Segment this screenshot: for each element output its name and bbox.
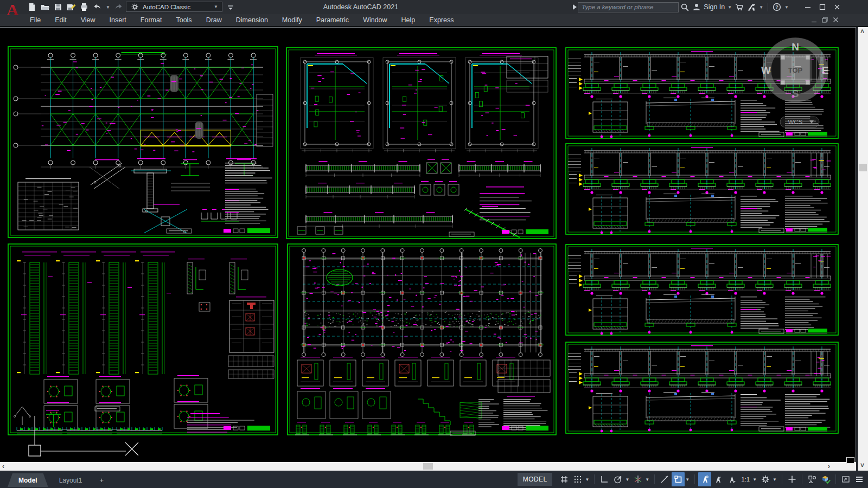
doc-restore-button[interactable] [820,15,829,24]
sheet-frame-elevation-2 [566,144,838,234]
annotation-scale-icon[interactable] [725,472,738,486]
workspace-dropdown[interactable]: AutoCAD Classic ▼ [126,2,222,12]
new-file-icon[interactable] [26,1,38,13]
svg-text:E: E [822,65,829,76]
workspace-gear-icon[interactable] [759,472,772,486]
search-input[interactable] [578,2,679,12]
chevron-down-icon[interactable]: ▼ [104,5,112,10]
redo-icon[interactable] [113,1,125,13]
annotation-frame-icon[interactable] [672,472,685,486]
grid-icon[interactable] [558,472,571,486]
chevron-down-icon[interactable]: ▼ [645,477,649,482]
search-collapse-icon[interactable] [571,1,578,13]
maximize-button[interactable] [815,1,829,14]
plus-icon[interactable] [786,472,799,486]
menu-window[interactable]: Window [356,14,394,26]
menu-help[interactable]: Help [394,14,423,26]
svg-text:A: A [7,1,18,18]
menu-tools[interactable]: Tools [169,14,199,26]
menu-modify[interactable]: Modify [275,14,309,26]
plot-icon[interactable] [78,1,90,13]
menu-insert[interactable]: Insert [103,14,133,26]
ortho-icon[interactable] [598,472,611,486]
chevron-down-icon[interactable]: ▼ [726,5,733,10]
clean-screen-icon[interactable] [839,472,852,486]
menu-file[interactable]: File [23,14,48,26]
menu-items: FileEditViewInsertFormatToolsDrawDimensi… [23,14,461,26]
window-title: Autodesk AutoCAD 2021 [228,0,494,14]
isolate-objects-icon[interactable] [806,472,819,486]
user-icon[interactable] [691,1,703,13]
divider [694,474,695,484]
annotation-monitor-icon[interactable] [658,472,671,486]
autodesk-logo-icon[interactable] [745,1,757,13]
tab-model[interactable]: Model [8,473,48,487]
titlebar-right-cluster: Sign In ▼ ▼ ? ▼ [571,0,844,14]
ucs-icon [29,416,126,456]
menu-draw[interactable]: Draw [199,14,229,26]
doc-minimize-button[interactable] [809,15,818,24]
scroll-up-icon[interactable]: ˄ [860,27,864,36]
bottom-bar: Model Layout1 + MODEL ▼▼▼▼1:1▼▼ [0,471,868,488]
chevron-down-icon[interactable]: ▼ [585,477,589,482]
save-icon[interactable] [52,1,64,13]
chevron-down-icon[interactable]: ▼ [757,5,765,10]
menu-edit[interactable]: Edit [48,14,74,26]
help-icon[interactable]: ? [771,1,783,13]
vertical-scrollbar[interactable]: ˄ ˅ [858,27,868,471]
save-as-icon[interactable] [65,1,77,13]
crosshair-cursor [125,442,138,455]
open-folder-icon[interactable] [39,1,51,13]
chevron-down-icon[interactable]: ▼ [685,477,690,482]
polar-tracking-icon[interactable] [611,472,624,486]
wcs-dropdown[interactable]: WCS [780,117,819,127]
chevron-down-icon[interactable]: ▼ [752,477,757,482]
horizontal-scroll-thumb[interactable] [423,463,433,470]
svg-text:WCS: WCS [788,119,803,125]
svg-text:TOP: TOP [788,66,803,74]
undo-icon[interactable] [91,1,103,13]
annotation-visibility-icon[interactable] [698,472,711,486]
divider [802,474,802,484]
doc-close-button[interactable] [831,15,840,24]
document-window-controls [809,15,840,24]
chevron-down-icon[interactable]: ▼ [783,5,790,10]
model-space-toggle[interactable]: MODEL [518,473,553,486]
chevron-down-icon[interactable]: ▼ [625,477,629,482]
sign-in-button[interactable]: Sign In [704,3,725,11]
divider [654,474,655,484]
menu-parametric[interactable]: Parametric [309,14,356,26]
close-button[interactable] [829,1,844,14]
vertical-scroll-thumb[interactable] [859,164,867,171]
autoscale-icon[interactable] [712,472,725,486]
divider [594,474,595,484]
horizontal-scrollbar[interactable]: ‹ › [0,462,856,471]
menu-dimension[interactable]: Dimension [229,14,275,26]
graphics-performance-icon[interactable] [819,472,832,486]
divider [768,3,768,11]
scale-value[interactable]: 1:1 [739,472,752,486]
svg-text:S: S [792,88,799,99]
cart-icon[interactable] [733,1,745,13]
scroll-right-icon[interactable]: › [828,462,830,471]
menu-format[interactable]: Format [133,14,169,26]
model-space-canvas[interactable]: NWESTOPWCS [0,27,856,462]
snap-icon[interactable] [571,472,584,486]
customization-icon[interactable] [853,472,866,486]
autocad-app-logo-icon[interactable]: A [4,1,21,18]
menu-bar: FileEditViewInsertFormatToolsDrawDimensi… [0,14,868,27]
viewcube[interactable]: NWESTOP [761,37,828,102]
scroll-down-icon[interactable]: ˅ [860,461,864,470]
menu-view[interactable]: View [74,14,103,26]
chevron-down-icon[interactable]: ▼ [773,477,777,482]
tab-layout1[interactable]: Layout1 [48,473,93,487]
search-icon[interactable] [679,1,691,13]
sheet-frame-elevation-4 [566,342,838,433]
menu-express[interactable]: Express [422,14,461,26]
scroll-left-icon[interactable]: ‹ [2,462,4,471]
isometric-drafting-icon[interactable] [631,472,644,486]
add-layout-button[interactable]: + [93,473,110,487]
sheet-column-reinforcement-details [8,244,278,435]
minimize-button[interactable] [800,1,815,14]
svg-text:W: W [761,65,771,76]
